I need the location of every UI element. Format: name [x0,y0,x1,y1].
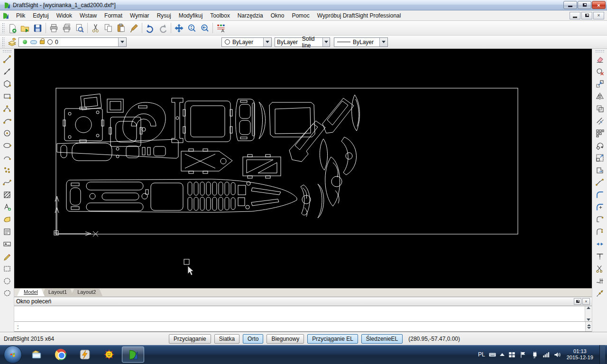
layer-toolbar-grip[interactable] [2,37,5,47]
menu-wymiar[interactable]: Wymiar [126,11,153,20]
action-center-flag-icon[interactable] [519,351,527,359]
menu-plik[interactable]: Plik [12,11,29,20]
tool-simple-note-icon[interactable] [1,238,13,250]
tool-arc-3point-icon[interactable] [1,103,13,114]
tool-circle-icon[interactable] [1,127,13,139]
menu-toolbox[interactable]: Toolbox [206,11,233,20]
toggle-snap[interactable]: Przyciąganie [169,334,211,344]
open-icon[interactable] [18,22,31,34]
tool-sketch-icon[interactable] [1,251,13,262]
lineweight-combo-arrow[interactable] [379,38,387,46]
format-painter-icon[interactable] [128,22,140,34]
tool-delete-icon[interactable] [594,54,606,65]
tool-trim-icon[interactable] [594,251,606,262]
layers-manager-icon[interactable] [6,36,18,48]
tool-infinite-line-icon[interactable] [1,66,13,77]
tool-discard-icon[interactable] [594,66,606,77]
command-window-header[interactable]: Okno poleceń × [14,297,592,306]
tool-region-icon[interactable] [1,214,13,225]
taskbar-winamp[interactable] [74,346,96,363]
cut-icon[interactable] [89,22,102,34]
tool-arc-icon[interactable] [1,115,13,127]
layer-combo-arrow[interactable] [118,38,126,46]
toggle-esnap[interactable]: Przyciąganie EL [307,334,358,344]
zoom-dynamic-icon[interactable] [185,22,198,34]
lineweight-combo[interactable]: ByLayer [334,37,388,47]
document-minimize-button[interactable] [570,12,580,19]
tool-ellipse-icon[interactable] [1,140,13,151]
start-button[interactable] [4,346,22,364]
language-indicator[interactable]: PL [478,351,485,358]
clock[interactable]: 01:13 2015-12-19 [567,348,593,361]
tool-ellipse-arc-icon[interactable] [1,152,13,164]
input-scroll-up-icon[interactable] [587,324,591,326]
tool-pattern-icon[interactable] [594,127,606,139]
command-history-scrollbar[interactable] [585,306,592,321]
menu-pomoc[interactable]: Pomoc [288,11,313,20]
windows-update-icon[interactable] [508,351,516,359]
hidden-icons-button[interactable] [500,353,505,356]
copy-icon[interactable] [102,22,115,34]
paste-icon[interactable] [115,22,128,34]
tool-weld-icon[interactable] [594,288,606,299]
save-icon[interactable] [31,22,44,34]
sheet-outline[interactable] [56,88,518,234]
zoom-previous-icon[interactable] [198,22,211,34]
tool-offset-icon[interactable] [594,115,606,127]
taskbar-draftsight[interactable] [122,346,144,363]
tab-layout2[interactable]: Layout2 [71,289,102,296]
modify-palette-grip[interactable] [595,50,605,53]
draw-palette-grip[interactable] [2,50,12,53]
tab-model[interactable]: Model [17,289,45,296]
document-close-button[interactable]: × [593,12,604,19]
show-desktop-button[interactable] [599,345,605,364]
command-input-scroll[interactable] [585,322,592,331]
tool-select-rectangle-icon[interactable] [1,263,13,274]
menu-okno[interactable]: Okno [267,11,288,20]
taskbar-chrome[interactable] [49,346,72,363]
tool-note-icon[interactable] [1,226,13,237]
tool-stretch-icon[interactable] [594,164,606,176]
command-window-float-button[interactable] [574,298,581,305]
color-combo[interactable]: ByLayer [221,37,272,47]
tool-chamfer-icon[interactable] [594,214,606,225]
print-preview-icon[interactable] [73,22,86,34]
tool-rotate-icon[interactable] [594,140,606,151]
menu-edytuj[interactable]: Edytuj [29,11,52,20]
tool-split-icon[interactable] [594,263,606,274]
tool-line-icon[interactable] [1,54,13,65]
menu-try-professional[interactable]: Wypróbuj DraftSight Professional [313,11,405,20]
toggle-polar[interactable]: Biegunowy [267,334,304,344]
pan-icon[interactable] [173,22,185,34]
command-history[interactable]: : : _SAVEAS [14,306,592,321]
tool-lengthen-icon[interactable] [594,177,606,188]
tool-polygon-icon[interactable] [1,78,13,90]
tool-squeeze-icon[interactable] [594,238,606,250]
tool-scale-icon[interactable] [594,152,606,164]
tool-copy-entity-icon[interactable] [594,103,606,114]
toggle-etrack[interactable]: ŚledzenieEL [361,334,403,344]
command-prompt[interactable]: : [14,323,585,330]
tool-smart-note-icon[interactable] [1,201,13,213]
tool-mirror-icon[interactable] [594,91,606,102]
command-window-close-button[interactable]: × [582,298,590,305]
minimize-button[interactable] [563,1,577,9]
tool-select-circle-icon[interactable] [1,275,13,287]
taskbar-weather[interactable] [98,346,120,363]
tool-hatch-icon[interactable] [1,189,13,200]
layer-preview-icon[interactable] [214,22,227,34]
menu-rysuj[interactable]: Rysuj [153,11,175,20]
print-icon[interactable] [47,22,60,34]
tool-select-lasso-icon[interactable] [1,288,13,299]
print-copies-icon[interactable] [60,22,73,34]
linestyle-combo[interactable]: ByLayer Solid line [275,37,330,47]
layer-combo[interactable]: 0 [18,37,127,47]
volume-icon[interactable] [553,351,561,359]
tool-fillet-options-icon[interactable] [594,201,606,213]
tab-layout1[interactable]: Layout1 [42,289,74,296]
tool-fillet-icon[interactable] [594,189,606,200]
keyboard-icon[interactable] [488,351,497,359]
toggle-grid[interactable]: Siatka [214,334,239,344]
network-signal-icon[interactable] [542,351,550,359]
undo-icon[interactable] [144,22,156,34]
